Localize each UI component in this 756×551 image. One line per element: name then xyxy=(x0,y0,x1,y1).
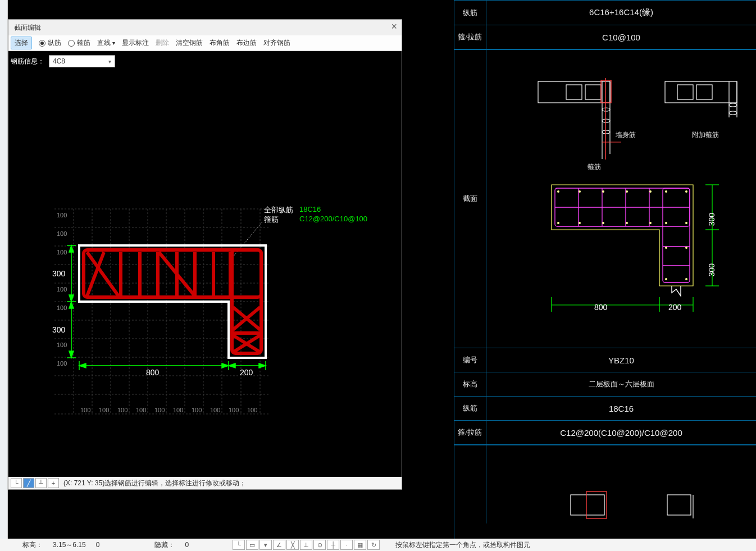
grid-label: 100 xyxy=(57,341,67,348)
svg-point-73 xyxy=(729,111,737,115)
section-diagram-row: 截面 xyxy=(454,49,756,348)
section-canvas[interactable]: 全部纵筋 18C16 箍筋 C12@200/C10@100 xyxy=(8,71,402,477)
snap-node-icon[interactable]: ⊙ xyxy=(313,540,326,550)
rebar-info-value: 4C8 xyxy=(53,57,65,65)
dialog-title-text: 截面编辑 xyxy=(14,23,41,33)
snap-line-icon[interactable]: ╱ xyxy=(23,478,34,488)
svg-marker-55 xyxy=(79,363,86,368)
snap-mid-icon[interactable]: ╳ xyxy=(286,540,299,550)
delete-button[interactable]: 删除 xyxy=(156,38,169,48)
snap-perp-icon[interactable]: ⊥ xyxy=(300,540,312,550)
snap-endpoint-icon[interactable]: └ xyxy=(11,478,22,488)
dim-h2-right: 300 xyxy=(707,263,716,276)
rebar-info-combo[interactable]: 4C8 xyxy=(49,55,115,67)
rebar-info-bar: 钢筋信息： 4C8 xyxy=(8,51,402,71)
radio-longitudinal-label: 纵筋 xyxy=(48,38,61,48)
svg-point-91 xyxy=(665,190,667,193)
svg-point-100 xyxy=(665,247,667,249)
svg-rect-68 xyxy=(677,85,693,99)
svg-point-97 xyxy=(649,222,652,224)
align-rebar-button[interactable]: 对齐钢筋 xyxy=(263,38,290,48)
snap-endpoint-icon[interactable]: └ xyxy=(233,540,245,550)
rebar-info-label: 钢筋信息： xyxy=(11,57,44,66)
svg-point-72 xyxy=(729,103,737,107)
corner-rebar-button[interactable]: 布角筋 xyxy=(210,38,230,48)
section-drawing xyxy=(8,71,402,465)
row-label-longitudinal2: 纵筋 xyxy=(454,397,486,420)
status-text: (X: 721 Y: 35)选择钢筋进行编辑，选择标注进行修改或移动； xyxy=(63,479,246,488)
svg-rect-75 xyxy=(601,80,611,103)
dim-h1: 300 xyxy=(52,269,65,278)
radio-dot-icon xyxy=(39,40,45,47)
grid-label: 100 xyxy=(57,249,67,256)
global-hint: 按鼠标左键指定第一个角点，或拾取构件图元 xyxy=(395,540,530,550)
table-row: 箍/拉筋 C10@100 xyxy=(454,25,756,49)
table-row: 纵筋 18C16 xyxy=(454,397,756,421)
table-row: 标高 二层板面～六层板面 xyxy=(454,372,756,397)
snap-grid-icon[interactable]: ▦ xyxy=(354,540,366,550)
radio-circle-icon xyxy=(68,40,75,47)
line-button[interactable]: 直线 ▾ xyxy=(97,38,115,48)
dialog-titlebar[interactable]: 截面编辑 × xyxy=(8,20,402,35)
grid-label: 100 xyxy=(57,304,67,311)
svg-point-102 xyxy=(665,278,667,280)
dim-h1-right: 300 xyxy=(707,213,716,226)
table-row: 纵筋 6C16+16C14(缘) xyxy=(454,0,756,25)
svg-point-86 xyxy=(557,190,559,193)
dim-w2-right: 200 xyxy=(668,303,681,312)
angle-icon[interactable]: ∠ xyxy=(273,540,285,550)
select-button[interactable]: 选择 xyxy=(11,37,32,49)
edge-rebar-button[interactable]: 布边筋 xyxy=(236,38,257,48)
svg-marker-57 xyxy=(229,363,235,368)
elev-label: 标高： xyxy=(22,540,43,550)
svg-point-101 xyxy=(685,247,687,249)
row-label-section: 截面 xyxy=(454,50,486,348)
grid-label: 100 xyxy=(173,407,183,413)
close-icon[interactable]: × xyxy=(391,21,397,33)
radio-stirrup-label: 箍筋 xyxy=(77,38,90,48)
dim-w1-right: 800 xyxy=(594,303,607,312)
svg-marker-46 xyxy=(69,245,74,252)
snap-cross-icon[interactable]: + xyxy=(48,478,59,488)
row-label-id: 编号 xyxy=(454,348,486,372)
radio-longitudinal[interactable]: 纵筋 xyxy=(39,38,61,48)
dim-h2: 300 xyxy=(52,325,65,334)
svg-point-94 xyxy=(579,222,581,224)
grid-label: 100 xyxy=(154,407,165,413)
rotate-icon[interactable]: ↻ xyxy=(367,540,380,550)
row-label-elev: 标高 xyxy=(454,372,486,396)
chevron-down-icon[interactable]: ▾ xyxy=(259,540,272,550)
svg-point-90 xyxy=(649,190,652,193)
grid-label: 100 xyxy=(57,230,67,237)
svg-marker-48 xyxy=(69,302,74,308)
svg-point-96 xyxy=(626,222,628,224)
row-label-longitudinal: 纵筋 xyxy=(454,1,486,25)
snap-rect-icon[interactable]: ▭ xyxy=(246,540,258,550)
svg-point-87 xyxy=(579,190,581,193)
dialog-status-bar: └ ╱ ┴ + (X: 721 Y: 35)选择钢筋进行编辑，选择标注进行修改或… xyxy=(8,477,402,489)
ortho-icon[interactable]: ┼ xyxy=(327,540,339,550)
grid-label: 100 xyxy=(136,407,146,413)
clear-button[interactable]: 清空钢筋 xyxy=(176,38,203,48)
zero-value: 0 xyxy=(96,541,100,549)
snap-perp-icon[interactable]: ┴ xyxy=(35,478,47,488)
svg-point-66 xyxy=(602,130,610,134)
svg-marker-58 xyxy=(259,363,266,368)
svg-rect-61 xyxy=(585,85,601,99)
svg-point-92 xyxy=(685,190,687,193)
grid-label: 100 xyxy=(57,212,67,218)
table-row: 编号 YBZ10 xyxy=(454,348,756,372)
grid-label: 100 xyxy=(247,407,257,413)
show-annot-button[interactable]: 显示标注 xyxy=(122,38,149,48)
svg-point-98 xyxy=(665,222,667,224)
radio-stirrup[interactable]: 箍筋 xyxy=(68,38,90,48)
snap-point-icon[interactable]: · xyxy=(340,540,353,550)
svg-point-65 xyxy=(602,119,610,122)
row-value-elev: 二层板面～六层板面 xyxy=(486,372,756,396)
section-diagram: 墙身筋 附加箍筋 箍筋 800 200 300 300 xyxy=(486,50,756,348)
cad-detail-panel[interactable]: 纵筋 6C16+16C14(缘) 箍/拉筋 C10@100 截面 xyxy=(454,0,756,539)
svg-rect-24 xyxy=(84,250,261,297)
elev-value: 3.15～6.15 xyxy=(53,540,86,550)
svg-point-93 xyxy=(557,222,559,224)
row-label-stirrup2: 箍/拉筋 xyxy=(454,421,486,444)
